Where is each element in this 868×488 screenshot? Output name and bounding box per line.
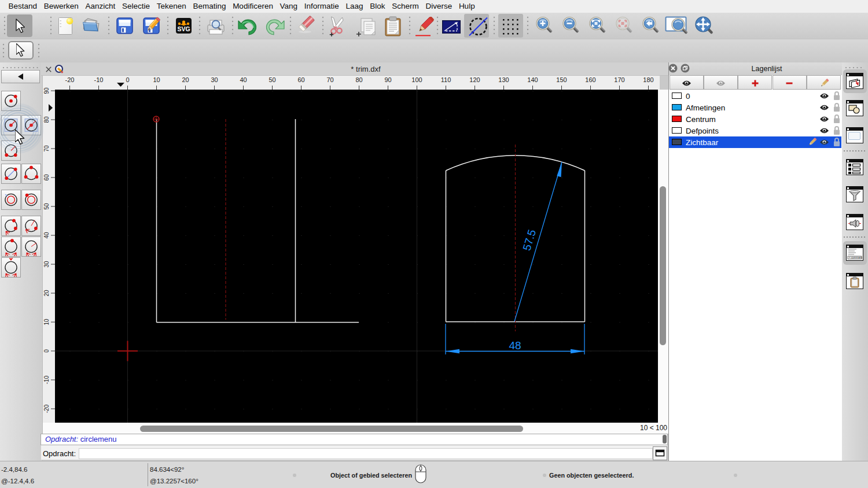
svg-text:SVG: SVG — [177, 25, 190, 32]
svg-text:48: 48 — [509, 339, 521, 352]
svg-text:< command: < command — [849, 256, 862, 259]
